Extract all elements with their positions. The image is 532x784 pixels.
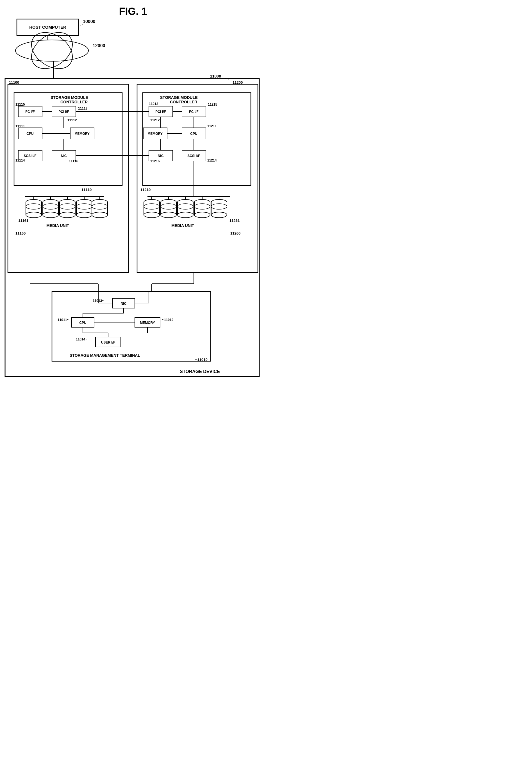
smt-user-if-box	[95, 337, 121, 347]
left-scsi-if-box	[18, 150, 42, 161]
right-memory-box	[143, 128, 167, 139]
host-computer-box	[17, 19, 79, 35]
right-cpu-box	[182, 128, 206, 139]
right-fc-if-box	[182, 106, 206, 117]
svg-point-4	[16, 40, 88, 61]
left-fc-if-box	[18, 106, 42, 117]
left-pci-if-box	[52, 106, 76, 117]
right-pci-if-box	[149, 106, 173, 117]
left-memory-box	[70, 128, 94, 139]
right-scsi-if-box	[182, 150, 206, 161]
smt-memory-box	[135, 317, 160, 327]
right-nic-box	[149, 150, 173, 161]
figure-title: FIG. 1	[6, 6, 260, 18]
smt-nic-box	[112, 298, 135, 308]
svg-line-3	[80, 25, 83, 25]
smt-cpu-box	[72, 317, 94, 327]
svg-text:10000: 10000	[83, 19, 95, 24]
left-nic-box	[52, 150, 76, 161]
svg-text:12000: 12000	[93, 43, 105, 48]
svg-text:11000: 11000	[210, 74, 221, 78]
left-cpu-box	[18, 128, 42, 139]
